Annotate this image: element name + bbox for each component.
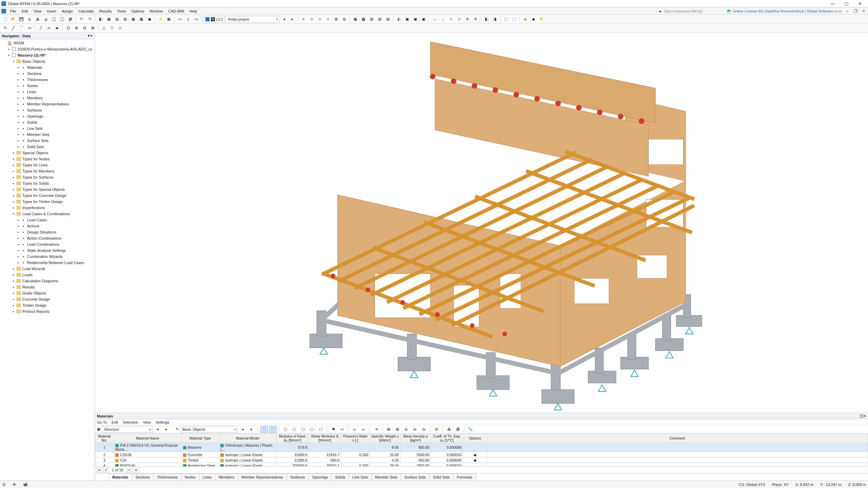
mode2-icon[interactable]: ▯	[184, 16, 192, 23]
dim2-icon[interactable]: ↕	[439, 16, 447, 23]
tree-folder[interactable]: ▸Types for Lines	[0, 162, 95, 168]
new-icon[interactable]: 📄	[1, 16, 9, 23]
col-name[interactable]: Material Name	[114, 434, 182, 443]
snap4-icon[interactable]: ⊠	[89, 25, 96, 32]
tree-folder[interactable]: ▸Types for Members	[0, 168, 95, 174]
tool-c-icon[interactable]: ⊹	[324, 16, 332, 23]
copy-icon[interactable]: 📋	[50, 16, 58, 23]
poly-icon[interactable]: ⌒	[18, 25, 25, 32]
material-row[interactable]: 1 PIA 17/60/23,8 VZ, General Purpose Mor…	[95, 443, 868, 452]
mt-i-icon[interactable]: ⇥	[372, 426, 380, 433]
minimize-button[interactable]: —	[826, 0, 840, 7]
mat-prev2-icon[interactable]: ◂	[239, 426, 246, 433]
material-row[interactable]: 2 C25/30 Concrete Isotropic | Linear Ela…	[95, 452, 868, 458]
rec-prev-icon[interactable]: ◂	[103, 468, 108, 472]
child-minimize-button[interactable]: –	[844, 8, 850, 15]
tree-item[interactable]: ▸•Nodes	[0, 83, 95, 89]
table-tab[interactable]: Openings	[308, 473, 332, 481]
menu-help[interactable]: Help	[187, 8, 200, 14]
view4-icon[interactable]: ▥	[121, 16, 129, 23]
tool-k-icon[interactable]: ◐	[395, 16, 403, 23]
license-info[interactable]: Online License 63 | Kateřina Rosendorfov…	[733, 9, 842, 13]
calc-icon[interactable]: ⚡	[157, 16, 164, 23]
rec-next-icon[interactable]: ▸	[127, 468, 132, 472]
view6-icon[interactable]: ▩	[138, 16, 145, 23]
close-button[interactable]: ✕	[853, 0, 867, 7]
tree-folder[interactable]: ▸Load Wizards	[0, 266, 95, 272]
menu-assign[interactable]: Assign	[59, 8, 76, 14]
dim1-icon[interactable]: ↔	[431, 16, 438, 23]
snap3-icon[interactable]: ⊟	[81, 25, 88, 32]
mt-a-icon[interactable]: ▢	[282, 426, 289, 433]
tree-folder[interactable]: ▸Printout Reports	[0, 308, 95, 314]
tool-m-icon[interactable]: ▣	[412, 16, 419, 23]
material-row[interactable]: 4 B500S(A) Reinforcing Steel Isotropic |…	[95, 463, 868, 466]
view2-icon[interactable]: ▦	[105, 16, 113, 23]
tree-item[interactable]: ▸•Member Representatives	[0, 101, 95, 107]
axis1-icon[interactable]: ⬚	[502, 16, 510, 23]
tree-folder[interactable]: ▸Types for Concrete Design	[0, 192, 95, 199]
mat-menu-selection[interactable]: Selection	[123, 420, 138, 424]
tree-model1[interactable]: 220929-Portico-y-Mamposteria-AISLADO_co	[18, 47, 92, 51]
nav-pin-icon[interactable]: ▾	[88, 34, 90, 38]
tree-item[interactable]: ▸•Relationship Between Load Cases	[0, 260, 95, 266]
tree-item[interactable]: ▸•Openings	[0, 113, 95, 119]
menu-window[interactable]: Window	[147, 8, 165, 14]
tree-item[interactable]: ▸•Load Cases	[0, 217, 95, 223]
star-icon[interactable]: ★	[300, 16, 307, 23]
color2-icon[interactable]: ◆	[530, 16, 537, 23]
lc-next-icon[interactable]: ▸	[289, 16, 296, 23]
mt-report-icon[interactable]: 🗐	[454, 426, 461, 433]
mat-menu-goto[interactable]: Go To	[97, 420, 107, 424]
tree-folder[interactable]: ▸Types for Surfaces	[0, 174, 95, 180]
status-cam-icon[interactable]: 📹	[23, 482, 28, 487]
loadcase-combo[interactable]: Poids propre	[225, 16, 280, 23]
mt-del-icon[interactable]: ✖	[330, 426, 337, 433]
tree-load-cases-combinations[interactable]: Load Cases & Combinations	[22, 212, 70, 216]
menu-view[interactable]: View	[31, 8, 44, 14]
child-close-button[interactable]: ×	[861, 8, 867, 15]
tool-g-icon[interactable]: ▩	[360, 16, 367, 23]
tree-item[interactable]: ▸•Members	[0, 95, 95, 101]
tool-l-icon[interactable]: ▣	[403, 16, 411, 23]
tool-e-icon[interactable]: ⊟	[340, 16, 348, 23]
tree-item[interactable]: ▸•Action Combinations	[0, 235, 95, 241]
mat-menu-edit[interactable]: Edit	[112, 420, 118, 424]
keyword-search[interactable]: Type a keyword (Alt+Q)	[664, 9, 703, 13]
col-e[interactable]: Modulus of Elast. E₁ [N/mm²]	[277, 434, 309, 443]
tree-item[interactable]: ▸•Solid Sets	[0, 144, 95, 150]
tree-model2[interactable]: Masonry (2).rf6*	[18, 53, 46, 57]
menu-options[interactable]: Options	[129, 8, 147, 14]
menu-tools[interactable]: Tools	[114, 8, 129, 14]
col-no[interactable]: Material No.	[95, 434, 114, 443]
axis2-icon[interactable]: ⬚	[510, 16, 518, 23]
tree-folder[interactable]: ▸Concrete Design	[0, 296, 95, 302]
panel-max-icon[interactable]: ▢	[860, 414, 863, 418]
member-icon[interactable]: ╱	[37, 25, 44, 32]
loadcase-pill[interactable]: G LC1	[204, 16, 225, 23]
support2-icon[interactable]: ▽	[108, 25, 116, 32]
table-tab[interactable]: Lines	[199, 473, 215, 481]
tool-d-icon[interactable]: ⊞	[332, 16, 340, 23]
undo-icon[interactable]: ↶	[78, 16, 85, 23]
tool-j-icon[interactable]: ▤	[384, 16, 392, 23]
table-tab[interactable]: Solid Sets	[429, 473, 454, 481]
table-tab[interactable]: Members	[215, 473, 238, 481]
render1-icon[interactable]: ◧	[483, 16, 490, 23]
mat-combo-basic[interactable]: Basic Objects	[180, 426, 238, 433]
tree-item[interactable]: ▸•Design Situations	[0, 229, 95, 235]
tree-folder[interactable]: ▸Special Objects	[0, 150, 95, 156]
doc-icon[interactable]: 🗐	[66, 16, 74, 23]
tree-folder[interactable]: ▸Imperfections	[0, 205, 95, 211]
surface-icon[interactable]: ▱	[45, 25, 53, 32]
dim4-icon[interactable]: ⤢	[455, 16, 463, 23]
line-icon[interactable]: ╱	[9, 25, 17, 32]
tree-item[interactable]: ▸•Sections	[0, 70, 95, 77]
mat-next1-icon[interactable]: ▸	[163, 426, 170, 433]
table-tab[interactable]: Surfaces	[287, 473, 309, 481]
col-opt[interactable]: Options	[463, 434, 487, 443]
mt-c-icon[interactable]: ▢	[299, 426, 307, 433]
mt-h-icon[interactable]: ∞	[360, 426, 367, 433]
tool-h-icon[interactable]: ▨	[368, 16, 375, 23]
open-icon[interactable]: 📂	[9, 16, 17, 23]
